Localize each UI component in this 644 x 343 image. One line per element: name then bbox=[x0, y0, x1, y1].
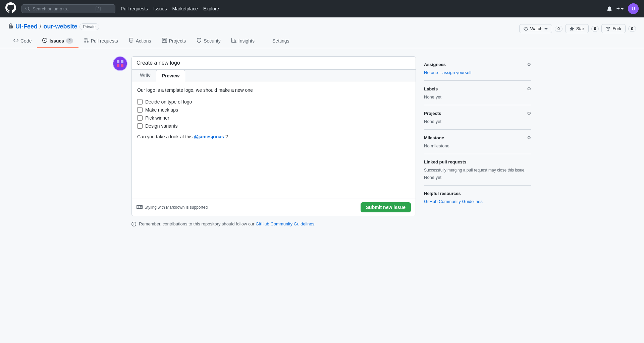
actions-icon bbox=[129, 38, 134, 44]
helpful-title: Helpful resources bbox=[424, 191, 531, 196]
linked-prs-title: Linked pull requests bbox=[424, 159, 466, 164]
check-item-1[interactable] bbox=[137, 99, 143, 105]
create-new-button[interactable]: + bbox=[616, 5, 624, 12]
org-link[interactable]: UI-Feed bbox=[15, 23, 38, 30]
markdown-hint-text: Styling with Markdown is supported bbox=[145, 205, 208, 210]
checklist-item-1: Decide on type of logo bbox=[137, 99, 410, 105]
checklist-item-4: Design variants bbox=[137, 123, 410, 129]
top-nav-right: + U bbox=[607, 3, 639, 14]
linked-prs-description: Successfully merging a pull request may … bbox=[424, 167, 531, 173]
repo-tabs: Code Issues 2 Pull requests Actions Pr bbox=[8, 35, 636, 48]
nav-explore[interactable]: Explore bbox=[203, 6, 219, 11]
code-icon bbox=[13, 38, 18, 44]
form-body: Our logo is a template logo, we should m… bbox=[132, 81, 416, 199]
check-label-3[interactable]: Pick winner bbox=[145, 115, 169, 121]
star-button[interactable]: Star bbox=[565, 24, 589, 33]
nav-marketplace[interactable]: Marketplace bbox=[172, 6, 198, 11]
assignees-value[interactable]: No one—assign yourself bbox=[424, 70, 472, 75]
search-input[interactable] bbox=[33, 6, 93, 11]
markdown-icon bbox=[137, 204, 143, 211]
breadcrumb-sep: / bbox=[40, 23, 42, 30]
notification-bell[interactable] bbox=[607, 6, 612, 11]
guidelines-suffix: . bbox=[314, 221, 316, 226]
projects-section: Projects ⚙ None yet bbox=[424, 105, 531, 130]
markdown-hint: Styling with Markdown is supported bbox=[137, 204, 208, 211]
check-item-3[interactable] bbox=[137, 115, 143, 121]
tab-issues-label: Issues bbox=[49, 38, 64, 44]
watch-button[interactable]: Watch bbox=[519, 24, 552, 33]
labels-gear[interactable]: ⚙ bbox=[527, 86, 531, 91]
tab-actions[interactable]: Actions bbox=[123, 35, 157, 48]
check-label-1[interactable]: Decide on type of logo bbox=[145, 99, 192, 105]
write-tab[interactable]: Write bbox=[135, 70, 156, 81]
tab-insights[interactable]: Insights bbox=[226, 35, 260, 48]
helpful-resources-section: Helpful resources GitHub Community Guide… bbox=[424, 186, 531, 209]
tab-projects[interactable]: Projects bbox=[157, 35, 192, 48]
repo-breadcrumb: UI-Feed / our-website Private bbox=[8, 23, 99, 30]
assignees-section: Assignees ⚙ No one—assign yourself bbox=[424, 56, 531, 81]
svg-rect-3 bbox=[117, 60, 119, 63]
tab-pull-requests[interactable]: Pull requests bbox=[78, 35, 123, 48]
question-text: Can you take a look at this bbox=[137, 134, 194, 139]
user-avatar[interactable]: U bbox=[628, 3, 639, 14]
milestone-gear[interactable]: ⚙ bbox=[527, 135, 531, 140]
search-box[interactable]: / bbox=[21, 4, 115, 13]
projects-gear[interactable]: ⚙ bbox=[527, 111, 531, 116]
nav-pull-requests[interactable]: Pull requests bbox=[121, 6, 148, 11]
projects-icon bbox=[162, 38, 167, 44]
sidebar: Assignees ⚙ No one—assign yourself Label… bbox=[424, 56, 531, 226]
submit-new-issue-button[interactable]: Submit new issue bbox=[361, 202, 411, 212]
guidelines-text: Remember, contributions to this reposito… bbox=[139, 221, 316, 226]
check-item-4[interactable] bbox=[137, 123, 143, 129]
private-badge: Private bbox=[79, 23, 99, 30]
fork-button[interactable]: Fork bbox=[601, 24, 626, 33]
linked-prs-section: Linked pull requests Successfully mergin… bbox=[424, 154, 531, 186]
check-label-2[interactable]: Make mock ups bbox=[145, 107, 178, 113]
insights-icon bbox=[231, 38, 236, 44]
top-nav: / Pull requests Issues Marketplace Explo… bbox=[0, 0, 644, 17]
security-icon bbox=[197, 38, 202, 44]
star-count[interactable]: 0 bbox=[591, 26, 599, 32]
guidelines-row: Remember, contributions to this reposito… bbox=[131, 221, 416, 226]
labels-section: Labels ⚙ None yet bbox=[424, 81, 531, 105]
repo-link[interactable]: our-website bbox=[44, 23, 77, 30]
fork-count[interactable]: 0 bbox=[628, 26, 636, 32]
assignees-header: Assignees ⚙ bbox=[424, 62, 531, 67]
tab-security[interactable]: Security bbox=[191, 35, 226, 48]
lock-icon bbox=[8, 23, 13, 30]
mention[interactable]: @jamesjonas bbox=[194, 134, 224, 139]
github-guidelines-link[interactable]: GitHub Community Guidelines bbox=[424, 199, 483, 204]
tab-insights-label: Insights bbox=[238, 38, 255, 44]
tab-settings[interactable]: Settings bbox=[260, 35, 295, 48]
svg-rect-6 bbox=[121, 64, 123, 67]
form-footer: Styling with Markdown is supported Submi… bbox=[132, 199, 416, 216]
check-label-4[interactable]: Design variants bbox=[145, 123, 178, 129]
preview-tab[interactable]: Preview bbox=[156, 70, 185, 81]
tab-issues[interactable]: Issues 2 bbox=[37, 35, 78, 48]
guidelines-link[interactable]: GitHub Community Guidelines bbox=[256, 221, 314, 226]
repo-breadcrumb-row: UI-Feed / our-website Private Watch 0 St… bbox=[8, 23, 636, 35]
issue-title-input[interactable] bbox=[132, 57, 416, 70]
svg-rect-2 bbox=[113, 57, 127, 70]
watch-count[interactable]: 0 bbox=[555, 26, 562, 32]
assignees-gear[interactable]: ⚙ bbox=[527, 62, 531, 67]
settings-icon bbox=[265, 38, 270, 44]
checklist-item-2: Make mock ups bbox=[137, 107, 410, 113]
issue-form: Write Preview Our logo is a template log… bbox=[131, 56, 416, 216]
search-shortcut: / bbox=[96, 6, 101, 11]
nav-issues[interactable]: Issues bbox=[153, 6, 167, 11]
tab-pr-label: Pull requests bbox=[91, 38, 118, 44]
projects-header: Projects ⚙ bbox=[424, 111, 531, 116]
issues-icon bbox=[42, 38, 47, 44]
tab-code-label: Code bbox=[20, 38, 32, 44]
repo-header: UI-Feed / our-website Private Watch 0 St… bbox=[0, 17, 644, 48]
tab-actions-label: Actions bbox=[136, 38, 151, 44]
check-item-2[interactable] bbox=[137, 107, 143, 113]
fork-label: Fork bbox=[612, 26, 621, 31]
tab-code[interactable]: Code bbox=[8, 35, 37, 48]
checklist-item-3: Pick winner bbox=[137, 115, 410, 121]
github-logo[interactable] bbox=[5, 2, 16, 15]
linked-prs-header: Linked pull requests bbox=[424, 159, 531, 164]
watch-label: Watch bbox=[530, 26, 542, 31]
issue-form-area: Write Preview Our logo is a template log… bbox=[113, 56, 416, 226]
